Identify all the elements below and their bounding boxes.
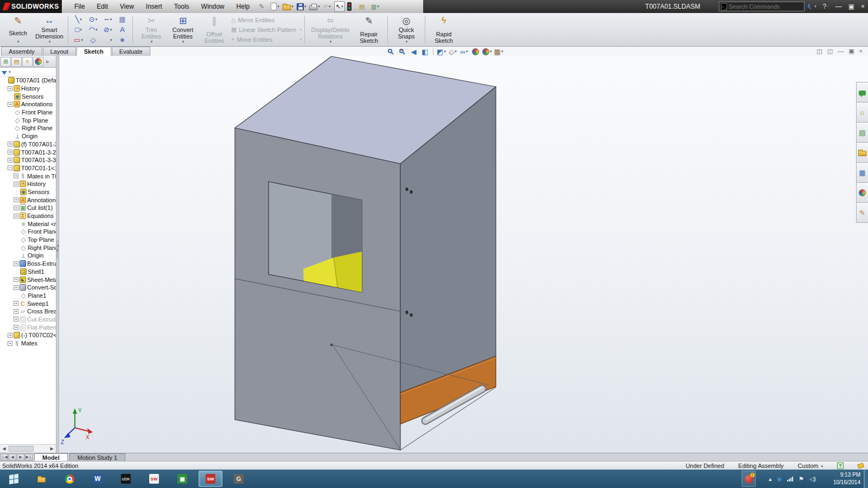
ellipse-icon[interactable]: ⊘▾: [100, 24, 115, 35]
tree-item-annotations[interactable]: +AAnnotations: [0, 100, 56, 108]
tree-expander-icon[interactable]: +: [8, 150, 12, 155]
move-entities-button[interactable]: +Move Entities▾: [230, 35, 302, 44]
tree-item-front-plane[interactable]: ◇Front Plane: [0, 228, 56, 236]
tree-item-t007c01-1-1[interactable]: −T007C01-1<1> (: [0, 164, 56, 172]
show-desktop-button[interactable]: [864, 470, 868, 488]
chevron-down-icon[interactable]: ▾: [330, 40, 332, 44]
slot-icon[interactable]: ▭▾: [71, 35, 86, 45]
file-explorer-app[interactable]: [29, 471, 53, 487]
help-icon[interactable]: ?▾: [822, 3, 828, 10]
tree-expander-icon[interactable]: +: [8, 341, 12, 346]
chevron-down-icon[interactable]: ▾: [814, 4, 816, 9]
chevron-down-icon[interactable]: ▾: [466, 49, 468, 54]
tab-evaluate[interactable]: Evaluate: [112, 47, 150, 56]
pane-split-left-icon[interactable]: ◫: [816, 48, 822, 54]
tree-item-sensors[interactable]: ◉Sensors: [0, 92, 56, 100]
first-tab-icon[interactable]: ❘◀: [1, 454, 8, 461]
view-settings-icon[interactable]: ▦▾: [494, 47, 503, 56]
repair-sketch-button[interactable]: ✎ Repair Sketch: [353, 14, 385, 45]
chevron-up-icon[interactable]: ▴: [821, 464, 823, 468]
arc-icon[interactable]: ◠▾: [86, 24, 100, 35]
view-orientation-icon[interactable]: ◩▾: [437, 47, 446, 56]
menu-insert[interactable]: Insert: [140, 0, 168, 13]
chevron-down-icon[interactable]: ▾: [318, 4, 320, 9]
spline-icon[interactable]: ∼▾: [100, 14, 115, 24]
tree-item-right-plane[interactable]: ◇Right Plane: [0, 243, 56, 252]
tree-expander-icon[interactable]: +: [14, 301, 18, 306]
design-library-icon[interactable]: ▤: [856, 122, 868, 143]
chevron-down-icon[interactable]: ▾: [277, 4, 279, 9]
tab-sketch[interactable]: Sketch: [76, 47, 111, 56]
chevron-down-icon[interactable]: ▾: [501, 49, 503, 54]
taskbar-clock[interactable]: 9:13 PM 10/16/2014: [833, 471, 860, 486]
splitter-grip[interactable]: ◂▸: [56, 240, 59, 259]
chevron-down-icon[interactable]: ▾: [110, 28, 112, 32]
zoom-to-area-icon[interactable]: [398, 47, 407, 56]
chevron-down-icon[interactable]: ▾: [299, 37, 302, 42]
select-cursor-icon[interactable]: ↖▾: [334, 1, 345, 12]
tree-item-history[interactable]: +◔History: [0, 180, 56, 188]
doc-close-icon[interactable]: ×: [859, 48, 863, 54]
tree-expander-icon[interactable]: +: [14, 182, 18, 187]
mirror-entities-button[interactable]: △Mirror Entities: [230, 15, 302, 24]
chevron-down-icon[interactable]: ▾: [406, 40, 408, 44]
trim-entities-button[interactable]: ✂ Trim Entities ▾: [136, 14, 167, 45]
help-status-icon[interactable]: ?: [837, 463, 844, 469]
doc-minimize-icon[interactable]: —: [838, 48, 844, 54]
chevron-down-icon[interactable]: ▾: [444, 49, 446, 54]
chevron-down-icon[interactable]: ▾: [291, 4, 293, 9]
display-delete-relations-button[interactable]: ∞ Display/Delete Relations ▾: [308, 14, 353, 45]
doc-restore-icon[interactable]: ▣: [848, 48, 854, 54]
tree-item-t007a01-default[interactable]: T007A01 (Default<: [0, 76, 56, 85]
model-canvas[interactable]: Y X Z: [60, 56, 868, 453]
tree-expander-icon[interactable]: +: [14, 174, 18, 178]
tree-expander-icon[interactable]: +: [8, 158, 12, 163]
chevron-down-icon[interactable]: ▾: [299, 28, 302, 32]
home-resources-icon[interactable]: ⌂: [856, 102, 868, 123]
green-app[interactable]: ▣: [170, 471, 194, 487]
chevron-down-icon[interactable]: ▾: [17, 40, 20, 44]
sketch-button[interactable]: ✎ Sketch ▾: [2, 14, 34, 45]
chevron-down-icon[interactable]: ▾: [80, 28, 82, 32]
chevron-down-icon[interactable]: ▾: [95, 28, 98, 32]
solidworks-app[interactable]: SW: [199, 471, 222, 487]
options-icon[interactable]: ▥▾: [370, 1, 381, 12]
next-tab-icon[interactable]: ▶: [17, 454, 24, 461]
tree-item-sensors[interactable]: ◉Sensors: [0, 188, 56, 196]
print-icon[interactable]: ▾: [308, 1, 321, 12]
tab-model[interactable]: Model: [34, 453, 68, 461]
tree-item-t007a01-3-3-r1[interactable]: +T007A01-3-3_r1_: [0, 156, 56, 164]
restore-icon[interactable]: ▣: [848, 3, 854, 10]
circle-icon[interactable]: ⊙▾: [86, 14, 100, 24]
prev-tab-icon[interactable]: ◀: [9, 454, 16, 461]
scroll-right-icon[interactable]: ▶: [48, 445, 56, 453]
chevron-down-icon[interactable]: ▾: [329, 4, 331, 9]
volume-icon[interactable]: ◁): [809, 476, 816, 482]
appearances-icon[interactable]: [856, 182, 868, 203]
tree-item-origin[interactable]: ⊥Origin: [0, 132, 56, 140]
line-icon[interactable]: ╲▾: [71, 14, 86, 24]
dropbox-icon[interactable]: ◆: [777, 476, 782, 482]
last-tab-icon[interactable]: ▶❘: [25, 454, 33, 461]
linear-sketch-pattern-button[interactable]: ▦Linear Sketch Pattern▾: [230, 25, 302, 34]
tree-item-equations[interactable]: +ΣEquations: [0, 212, 56, 220]
tree-item-t007a01-3-2-r1[interactable]: +T007A01-3-2_r1_: [0, 148, 56, 156]
smart-dimension-button[interactable]: ↔ Smart Dimension ▾: [34, 14, 65, 45]
tree-item-annotations[interactable]: +AAnnotations: [0, 196, 56, 204]
tree-item-flat-pattern[interactable]: +▭Flat-Pattern: [0, 323, 56, 331]
graphics-area[interactable]: Y X Z: [60, 56, 868, 453]
propertymanager-tab-icon[interactable]: ▤: [11, 57, 22, 67]
rectangle-icon[interactable]: □▾: [71, 24, 86, 35]
close-icon[interactable]: ×: [861, 3, 865, 10]
search-icon[interactable]: [808, 4, 810, 8]
network-icon[interactable]: [787, 476, 793, 481]
action-center-flag-icon[interactable]: ⚑: [799, 476, 804, 482]
chevron-down-icon[interactable]: ▾: [827, 4, 829, 9]
tree-item-mates-in-t00[interactable]: +§Mates in T00: [0, 172, 56, 180]
quick-snaps-button[interactable]: ◎ Quick Snaps ▾: [391, 14, 422, 45]
minimize-icon[interactable]: —: [835, 3, 842, 10]
tree-item-origin[interactable]: ⊥Origin: [0, 252, 56, 260]
tree-item-history[interactable]: +◔History: [0, 85, 56, 93]
apply-scene-icon[interactable]: ▾: [482, 47, 492, 56]
tree-item-plane1[interactable]: ◇Plane1: [0, 292, 56, 300]
